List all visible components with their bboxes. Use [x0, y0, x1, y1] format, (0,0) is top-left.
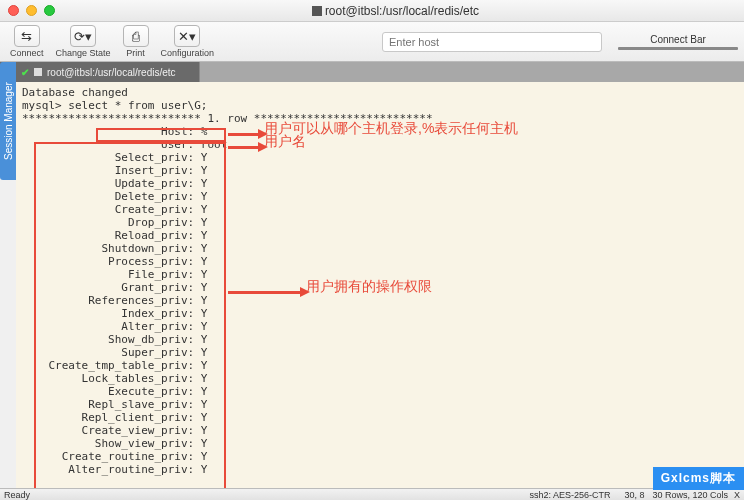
toolbar-button-change-state[interactable]: ⟳▾Change State	[52, 25, 115, 58]
connect-icon: ⇆	[14, 25, 40, 47]
traffic-light-min[interactable]	[26, 5, 37, 16]
toolbar-button-connect[interactable]: ⇆Connect	[6, 25, 48, 58]
annotation-arrow	[228, 142, 268, 152]
status-ready: Ready	[4, 490, 30, 500]
traffic-light-max[interactable]	[44, 5, 55, 16]
terminal-line: Database changed	[22, 86, 738, 99]
toolbar-button-label: Connect	[10, 48, 44, 58]
configuration-icon: ✕▾	[174, 25, 200, 47]
toolbar-button-label: Change State	[56, 48, 111, 58]
status-cursor-pos: 30, 8	[624, 490, 644, 500]
annotation-text: 用户名	[264, 135, 306, 148]
print-icon: ⎙	[123, 25, 149, 47]
watermark: Gxlcms脚本	[653, 467, 744, 490]
status-dimensions: 30 Rows, 120 Cols	[652, 490, 728, 500]
highlight-box	[34, 142, 226, 488]
annotation-arrow	[228, 129, 268, 139]
status-bar: Ready ssh2: AES-256-CTR 30, 8 30 Rows, 1…	[0, 488, 744, 500]
terminal-icon	[34, 68, 42, 76]
annotation-text: 用户拥有的操作权限	[306, 280, 432, 293]
terminal-line: mysql> select * from user\G;	[22, 99, 738, 112]
tab-bar: ✕ ✔ root@itbsl:/usr/local/redis/etc	[0, 62, 744, 82]
main-toolbar: ⇆Connect⟳▾Change State⎙Print✕▾Configurat…	[0, 22, 744, 62]
toolbar-button-print[interactable]: ⎙Print	[119, 25, 153, 58]
highlight-box	[96, 128, 226, 142]
window-titlebar: root@itbsl:/usr/local/redis/etc	[0, 0, 744, 22]
session-manager-tab[interactable]: Session Manager	[0, 62, 16, 180]
tab-title: root@itbsl:/usr/local/redis/etc	[47, 67, 176, 78]
traffic-light-close[interactable]	[8, 5, 19, 16]
terminal-output[interactable]: Database changedmysql> select * from use…	[16, 82, 744, 488]
window-title: root@itbsl:/usr/local/redis/etc	[325, 4, 479, 18]
host-input[interactable]	[382, 32, 602, 52]
session-tab[interactable]: ✕ ✔ root@itbsl:/usr/local/redis/etc	[0, 62, 200, 82]
host-input-wrapper	[382, 32, 602, 52]
change-state-icon: ⟳▾	[70, 25, 96, 47]
status-cipher: ssh2: AES-256-CTR	[529, 490, 610, 500]
toolbar-button-configuration[interactable]: ✕▾Configuration	[157, 25, 219, 58]
toolbar-button-label: Print	[126, 48, 145, 58]
terminal-icon	[312, 6, 322, 16]
annotation-arrow	[228, 287, 310, 297]
status-rest: X	[734, 490, 740, 500]
toolbar-button-label: Configuration	[161, 48, 215, 58]
status-check-icon: ✔	[21, 67, 29, 78]
connect-bar: Connect Bar	[618, 34, 738, 50]
